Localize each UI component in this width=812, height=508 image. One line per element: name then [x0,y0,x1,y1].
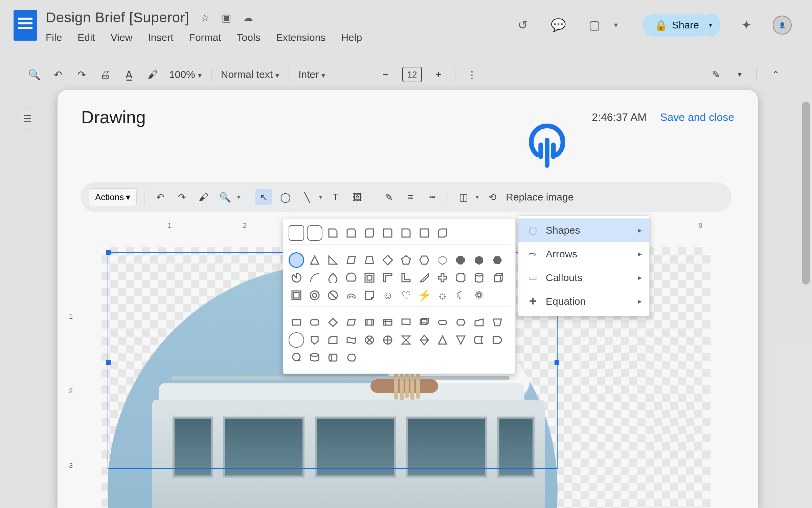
shape-snip-diag[interactable] [362,225,377,241]
shape-flow-card[interactable] [325,332,341,348]
move-to-folder-icon[interactable]: ▣ [220,12,232,24]
shape-snip-round[interactable] [380,225,396,241]
menu-item-shapes[interactable]: ▢ Shapes ▸ [518,218,649,242]
zoom-select[interactable]: 100% [169,69,202,80]
more-toolbar-icon[interactable]: ⋮ [465,69,479,81]
shape-dodecagon[interactable]: ⬣ [490,252,505,268]
select-tool-icon[interactable]: ↖ [255,189,272,205]
shape-octagon[interactable]: ⯃ [453,252,469,268]
shape-flow-multidoc[interactable] [416,315,432,330]
meet-dropdown-icon[interactable]: ▾ [607,16,626,35]
shape-flow-sort[interactable] [416,332,432,348]
document-title[interactable]: Design Brief [Superor] [46,9,189,26]
meet-icon[interactable]: ▢ [585,16,604,35]
star-icon[interactable]: ☆ [199,12,211,24]
shape-flow-document[interactable] [398,315,414,330]
shape-cross[interactable] [435,270,450,285]
shape-donut[interactable] [307,288,322,303]
font-size-input[interactable]: 12 [402,67,422,82]
shape-heart[interactable]: ♡ [398,288,414,303]
menu-format[interactable]: Format [189,32,221,43]
font-size-decrease-icon[interactable]: − [379,69,393,80]
shape-cube[interactable] [490,270,505,285]
replace-image-button[interactable]: Replace image [506,191,573,203]
shape-flow-extract[interactable] [435,332,450,348]
shape-flow-display[interactable] [343,350,359,365]
menu-insert[interactable]: Insert [148,32,174,43]
selection-handle[interactable] [106,250,111,255]
shape-hexagon[interactable] [416,252,432,268]
shape-tool-icon[interactable]: ◯ [277,189,293,205]
shape-round-diag[interactable] [435,225,450,241]
shape-round-same[interactable] [416,225,432,241]
undo-icon[interactable]: ↶ [51,69,65,81]
shape-rectangle[interactable] [289,225,304,241]
shape-flow-process[interactable] [289,315,304,330]
shape-rounded-rectangle[interactable] [307,225,322,241]
zoom-dropdown-icon[interactable]: ▾ [237,193,240,201]
shape-flow-seq-access[interactable] [289,350,304,365]
account-avatar[interactable]: 👤 [773,16,792,35]
shape-flow-manual-input[interactable] [471,315,487,330]
font-size-increase-icon[interactable]: + [431,69,446,80]
redo-icon[interactable]: ↷ [74,69,89,81]
image-tool-icon[interactable]: 🖼 [349,189,365,205]
shape-snip-same[interactable] [343,225,359,241]
border-dash-icon[interactable]: ┅ [424,189,440,205]
shape-plaque[interactable] [453,270,469,285]
shape-diag-stripe[interactable] [416,270,432,285]
shape-can[interactable] [471,270,487,285]
shape-oval-selected[interactable] [289,252,304,268]
shape-no-symbol[interactable] [325,288,341,303]
shape-flow-manual-op[interactable] [490,315,505,330]
redo-icon[interactable]: ↷ [174,189,190,205]
selection-handle[interactable] [106,360,111,365]
shape-cloud[interactable]: ❁ [471,288,487,303]
share-more-button[interactable]: ▾ [701,14,720,37]
shape-decagon[interactable]: ⬢ [471,252,487,268]
shape-pentagon[interactable] [398,252,414,268]
editing-mode-icon[interactable]: ✎ [709,69,723,81]
menu-item-equation[interactable]: ✚ Equation ▸ [518,290,649,313]
font-family-select[interactable]: Inter [298,69,359,80]
shape-smiley[interactable]: ☺ [380,288,396,303]
menu-item-arrows[interactable]: ⇨ Arrows ▸ [518,242,649,266]
menu-view[interactable]: View [111,32,132,43]
menu-help[interactable]: Help [341,32,362,43]
line-tool-icon[interactable]: ╲ [299,189,315,205]
shape-triangle[interactable] [307,252,322,268]
shape-chord[interactable] [343,270,359,285]
ruler-vertical[interactable]: 1 2 3 [67,236,82,508]
shape-arc[interactable] [307,270,322,285]
shape-trapezoid[interactable] [362,252,377,268]
shape-half-frame[interactable] [380,270,396,285]
shape-parallelogram[interactable] [343,252,359,268]
menu-extensions[interactable]: Extensions [276,32,326,43]
shape-flow-prep[interactable] [453,315,469,330]
print-icon[interactable]: 🖨 [98,69,112,80]
shape-flow-decision[interactable] [325,315,341,330]
history-icon[interactable]: ↺ [513,16,532,35]
crop-dropdown-icon[interactable]: ▾ [476,193,479,201]
shape-flow-internal[interactable] [380,315,396,330]
shape-pie[interactable] [289,270,304,285]
shape-flow-or[interactable] [380,332,396,348]
undo-icon[interactable]: ↶ [152,189,168,205]
shape-flow-alt[interactable] [307,315,322,330]
line-dropdown-icon[interactable]: ▾ [319,193,322,201]
shape-teardrop[interactable] [325,270,341,285]
shape-frame[interactable] [362,270,377,285]
menu-tools[interactable]: Tools [237,32,261,43]
shape-right-triangle[interactable] [325,252,341,268]
actions-menu-button[interactable]: Actions▾ [89,188,137,206]
menu-file[interactable]: File [46,32,62,43]
shape-folded-corner[interactable] [362,288,377,303]
shape-flow-data[interactable] [343,315,359,330]
shape-l[interactable] [398,270,414,285]
selection-handle[interactable] [555,360,559,365]
shape-flow-stored[interactable] [471,332,487,348]
search-icon[interactable]: 🔍 [27,69,41,81]
shape-flow-junction[interactable] [362,332,377,348]
reset-image-icon[interactable]: ⟲ [484,189,500,205]
paint-format-icon[interactable]: 🖌 [195,189,211,205]
